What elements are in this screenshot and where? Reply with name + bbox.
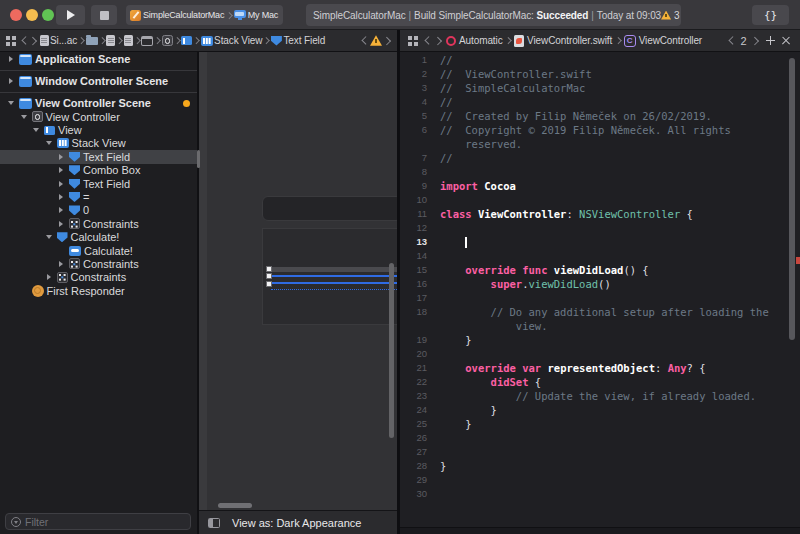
outline-row[interactable]: Calculate! xyxy=(0,231,197,244)
disclosure-right-icon[interactable] xyxy=(56,194,66,200)
code-text[interactable]: } xyxy=(427,459,446,473)
warning-count-badge[interactable]: 3 xyxy=(661,10,679,21)
outline-row[interactable]: Text Field xyxy=(0,150,197,163)
code-snippet-library-button[interactable]: {} xyxy=(752,5,789,25)
code-text[interactable]: import Cocoa xyxy=(427,179,516,193)
selected-stack-row-1[interactable] xyxy=(271,275,397,277)
disclosure-down-icon[interactable] xyxy=(44,141,54,145)
field-icon[interactable] xyxy=(271,36,282,46)
close-editor-icon[interactable] xyxy=(781,36,791,46)
code-text[interactable]: // xyxy=(427,53,453,67)
outline-row[interactable]: Window Controller Scene xyxy=(0,74,197,88)
canvas-vertical-scrollbar[interactable] xyxy=(389,263,394,438)
outline-row[interactable]: Constraints xyxy=(0,271,197,284)
disclosure-down-icon[interactable] xyxy=(31,128,41,132)
disclosure-down-icon[interactable] xyxy=(44,235,54,239)
doc-icon[interactable] xyxy=(40,35,49,46)
code-text[interactable] xyxy=(427,165,440,179)
code-text[interactable]: override var representedObject: Any? { xyxy=(427,361,706,375)
disclosure-down-icon[interactable] xyxy=(19,115,29,119)
designed-text-field[interactable] xyxy=(271,267,397,272)
source-editor[interactable]: 1//2// ViewController.swift3// SimpleCal… xyxy=(400,52,800,527)
code-text[interactable]: override func viewDidLoad() { xyxy=(427,263,649,277)
code-text[interactable]: // xyxy=(427,95,453,109)
forward-button[interactable] xyxy=(433,37,441,45)
code-text[interactable]: // Copyright © 2019 Filip Němeček. All r… xyxy=(427,123,731,137)
back-button[interactable] xyxy=(425,37,433,45)
scheme-selector[interactable]: SimpleCalculatorMac My Mac xyxy=(126,5,283,25)
disclosure-right-icon[interactable] xyxy=(56,221,66,227)
editor-vertical-scrollbar[interactable] xyxy=(789,58,795,340)
stack-icon[interactable] xyxy=(201,36,213,46)
minimize-window-button[interactable] xyxy=(26,9,38,21)
code-text[interactable]: } xyxy=(427,333,472,347)
code-text[interactable] xyxy=(427,193,440,207)
previous-counterpart-button[interactable] xyxy=(729,37,737,45)
selection-handle[interactable] xyxy=(266,266,272,272)
splititem-icon[interactable] xyxy=(181,36,192,45)
jump-bar-item[interactable]: Stack View xyxy=(214,35,262,46)
selection-handle[interactable] xyxy=(266,281,272,287)
outline-row[interactable]: Stack View xyxy=(0,137,197,150)
code-text[interactable] xyxy=(427,221,440,235)
outline-row[interactable]: Calculate! xyxy=(0,244,197,257)
outline-row[interactable]: First Responder xyxy=(0,284,197,297)
code-text[interactable] xyxy=(427,487,440,501)
outline-row[interactable]: Text Field xyxy=(0,177,197,190)
disclosure-right-icon[interactable] xyxy=(56,167,66,173)
code-text[interactable] xyxy=(427,291,440,305)
folder-icon[interactable] xyxy=(86,37,98,45)
code-text[interactable]: // Created by Filip Němeček on 26/02/201… xyxy=(427,109,712,123)
code-text[interactable] xyxy=(427,235,467,249)
swift-icon[interactable] xyxy=(514,35,524,47)
selected-stack-row-3[interactable] xyxy=(271,289,397,290)
jump-bar-item[interactable]: ViewController xyxy=(639,35,702,46)
code-text[interactable] xyxy=(427,445,440,459)
disclosure-down-icon[interactable] xyxy=(6,101,16,105)
auto-icon[interactable] xyxy=(446,36,456,46)
outline-row[interactable]: View Controller xyxy=(0,110,197,123)
editor-issue-marker[interactable] xyxy=(796,257,800,264)
related-items-icon[interactable] xyxy=(408,36,418,46)
next-counterpart-button[interactable] xyxy=(750,37,758,45)
code-text[interactable]: // ViewController.swift xyxy=(427,67,592,81)
jump-bar-item[interactable]: ViewController.swift xyxy=(527,35,612,46)
close-window-button[interactable] xyxy=(10,9,22,21)
next-issue-button[interactable] xyxy=(382,37,390,45)
disclosure-right-icon[interactable] xyxy=(6,56,16,62)
view-as-bar[interactable]: View as: Dark Appearance xyxy=(199,510,397,534)
previous-issue-button[interactable] xyxy=(362,37,370,45)
code-text[interactable] xyxy=(427,347,440,361)
filter-input[interactable]: Filter xyxy=(5,513,191,530)
code-text[interactable] xyxy=(427,249,440,263)
winitem-icon[interactable] xyxy=(141,36,153,46)
canvas-horizontal-scrollbar[interactable] xyxy=(218,503,252,508)
designed-window-titlebar[interactable] xyxy=(262,196,397,221)
code-text[interactable]: class ViewController: NSViewController { xyxy=(427,207,693,221)
zoom-window-button[interactable] xyxy=(42,9,54,21)
code-text[interactable] xyxy=(427,431,440,445)
code-text[interactable]: } xyxy=(427,403,497,417)
code-text[interactable]: didSet { xyxy=(427,375,541,389)
code-text[interactable]: view. xyxy=(427,319,547,333)
doc-icon[interactable] xyxy=(106,35,115,46)
jump-bar-item[interactable]: Automatic xyxy=(459,35,503,46)
code-text[interactable]: // Do any additional setup after loading… xyxy=(427,305,769,319)
circleitem-icon[interactable] xyxy=(162,35,173,46)
selection-handle[interactable] xyxy=(266,273,272,279)
disclosure-right-icon[interactable] xyxy=(56,154,66,160)
outline-row[interactable]: Combo Box xyxy=(0,164,197,177)
code-text[interactable]: // Update the view, if already loaded. xyxy=(427,389,756,403)
jump-bar-item[interactable]: Text Field xyxy=(283,35,325,46)
disclosure-right-icon[interactable] xyxy=(44,274,54,280)
outline-row[interactable]: = xyxy=(0,190,197,203)
stop-button[interactable] xyxy=(91,5,117,25)
scene-warning-dot[interactable] xyxy=(183,100,190,107)
run-button[interactable] xyxy=(56,5,85,25)
disclosure-right-icon[interactable] xyxy=(56,181,66,187)
code-text[interactable]: // xyxy=(427,151,453,165)
splitter-handle[interactable] xyxy=(197,150,200,168)
code-text[interactable]: // SimpleCalculatorMac xyxy=(427,81,585,95)
code-text[interactable]: } xyxy=(427,417,472,431)
outline-row[interactable]: Constraints xyxy=(0,257,197,270)
